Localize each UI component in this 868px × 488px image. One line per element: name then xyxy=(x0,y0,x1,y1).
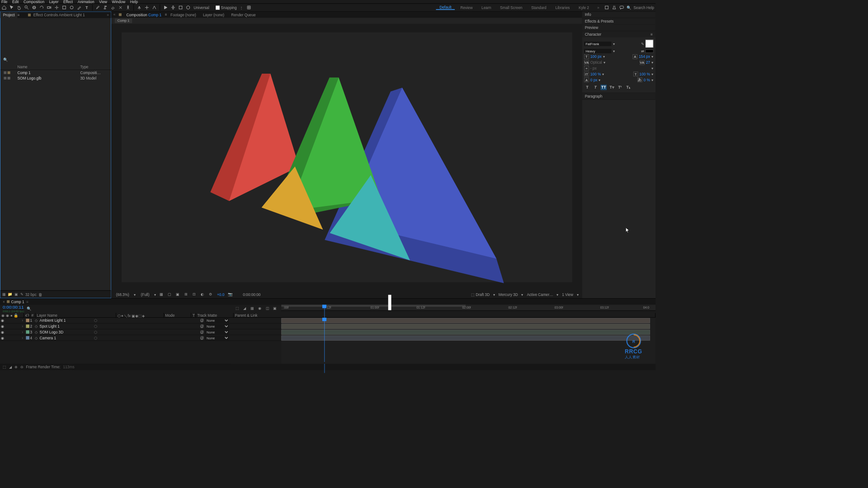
beaker-icon[interactable] xyxy=(612,5,617,10)
panel-character[interactable]: Character≡ xyxy=(582,31,656,38)
col-layer-name[interactable]: Layer Name xyxy=(36,313,116,318)
local-axis-icon[interactable] xyxy=(144,5,150,10)
layer-color-swatch[interactable] xyxy=(26,330,29,334)
shy-icon[interactable]: ◢ xyxy=(243,306,249,311)
transparency-grid-icon[interactable]: ▦ xyxy=(160,292,165,297)
menu-window[interactable]: Window xyxy=(112,0,126,4)
small-caps-button[interactable]: Tᴛ xyxy=(609,84,615,90)
new-comp-icon[interactable]: ▣ xyxy=(14,292,18,296)
layer-bar-2[interactable] xyxy=(281,324,650,329)
orbit-tool-icon[interactable] xyxy=(31,5,37,10)
search-help-input[interactable]: Search Help xyxy=(633,5,654,9)
resolution-dropdown[interactable]: (Full) xyxy=(140,292,151,297)
faux-bold-button[interactable]: T xyxy=(584,84,590,90)
col-mode[interactable]: Mode xyxy=(164,313,191,318)
frame-blend-icon[interactable]: ▦ xyxy=(250,306,256,311)
timeline-tab[interactable]: Comp 1 xyxy=(11,300,24,304)
vscale-input[interactable]: 100 % xyxy=(590,72,601,76)
3d-icon[interactable] xyxy=(185,5,191,10)
toggle-in-out-icon[interactable]: ⊕ xyxy=(14,365,18,369)
font-size-input[interactable]: 100 px xyxy=(590,55,602,59)
twirl-icon[interactable]: › xyxy=(22,324,25,328)
col-parent[interactable]: Parent & Link xyxy=(234,313,656,318)
roi-icon[interactable]: ▣ xyxy=(176,292,181,297)
baseline-input[interactable]: 0 px xyxy=(590,78,598,82)
mask-toggle-icon[interactable]: ▢ xyxy=(168,292,173,297)
leading-input[interactable]: 154 px xyxy=(639,55,650,59)
project-item-comp1[interactable]: Comp 1 Compositi… xyxy=(0,70,111,75)
text-tool-icon[interactable]: T xyxy=(84,5,90,10)
menu-help[interactable]: Help xyxy=(130,0,138,4)
twirl-icon[interactable]: › xyxy=(22,330,25,334)
channel-icon[interactable]: ◐ xyxy=(201,292,206,297)
hand-tool-icon[interactable] xyxy=(16,5,22,10)
trash-icon[interactable]: 🗑 xyxy=(38,292,42,296)
workspace-small-screen[interactable]: Small Screen xyxy=(496,5,526,9)
fill-color-well[interactable] xyxy=(645,40,653,48)
workspace-learn[interactable]: Learn xyxy=(478,5,495,9)
composition-viewer[interactable] xyxy=(111,24,582,291)
font-family-dropdown[interactable]: FatFrank xyxy=(584,42,611,46)
puppet-tool-icon[interactable] xyxy=(125,5,131,10)
swap-colors-icon[interactable]: ⇄ xyxy=(641,49,644,53)
layer-switches[interactable]: ⬡ xyxy=(94,324,142,328)
layer-name[interactable]: SOM Logo 3D xyxy=(40,330,94,334)
tab-composition[interactable]: Composition Comp 1 xyxy=(123,12,165,18)
tab-footage[interactable]: Footage (none) xyxy=(167,12,200,18)
faux-italic-button[interactable]: T xyxy=(592,84,599,90)
parent-dropdown[interactable]: None xyxy=(205,336,229,340)
home-icon[interactable] xyxy=(1,5,7,10)
workspace-overflow-icon[interactable]: » xyxy=(597,5,599,9)
tsume-input[interactable]: 0 % xyxy=(644,78,650,82)
pickwhip-icon[interactable]: @ xyxy=(200,324,204,328)
snapshot-icon[interactable]: 📷 xyxy=(228,292,233,297)
col-track-matte[interactable]: Track Matte xyxy=(196,313,233,318)
pan-behind-tool-icon[interactable] xyxy=(54,5,59,10)
subscript-button[interactable]: T₁ xyxy=(625,84,632,90)
adjust-icon[interactable]: ✎ xyxy=(20,292,24,296)
axis-mode-label[interactable]: Universal xyxy=(193,5,209,9)
interpret-icon[interactable]: ▦ xyxy=(2,292,6,296)
toggle-switches-icon[interactable]: ⬚ xyxy=(3,365,6,369)
visibility-icon[interactable]: ◉ xyxy=(0,336,5,340)
timeline-tracks[interactable] xyxy=(281,318,656,364)
workspace-libraries[interactable]: Libraries xyxy=(552,5,573,9)
layer-name[interactable]: Camera 1 xyxy=(40,336,94,340)
draft-3d-toggle[interactable]: ⬚ Draft 3D xyxy=(471,292,490,297)
layer-switches[interactable]: ⬡ xyxy=(94,336,142,340)
snap-align-icon[interactable] xyxy=(246,5,252,10)
time-ruler[interactable]: :00f 12f 01:00f 01:12f 02:00f 02:12f 03:… xyxy=(281,305,656,311)
visibility-icon[interactable]: ◉ xyxy=(0,330,5,334)
layer-color-swatch[interactable] xyxy=(26,336,29,340)
comp-breadcrumb[interactable]: Comp 1 xyxy=(115,19,132,23)
layer-bar-3[interactable] xyxy=(281,330,650,335)
superscript-button[interactable]: T¹ xyxy=(617,84,623,90)
bbox-icon[interactable] xyxy=(178,5,183,10)
eyedropper-icon[interactable]: ✎ xyxy=(641,42,644,46)
pen-tool-icon[interactable] xyxy=(76,5,82,10)
layer-bar-4[interactable] xyxy=(281,335,650,340)
pickwhip-icon[interactable]: @ xyxy=(200,336,204,340)
exposure-value[interactable]: +0.0 xyxy=(217,292,224,296)
menu-edit[interactable]: Edit xyxy=(12,0,19,4)
all-caps-button[interactable]: TT xyxy=(600,84,607,90)
chat-icon[interactable] xyxy=(619,5,625,10)
zoom-tool-icon[interactable] xyxy=(24,5,29,10)
kerning-dropdown[interactable]: Optical xyxy=(590,61,602,65)
renderer-dropdown[interactable]: Mercury 3D xyxy=(499,292,518,296)
tab-project[interactable]: Project xyxy=(0,12,18,18)
parent-dropdown[interactable]: None xyxy=(205,330,229,334)
layer-row[interactable]: ◉ › 1 ◇ Ambient Light 1 ⬡ @None xyxy=(0,318,281,324)
clone-tool-icon[interactable] xyxy=(103,5,108,10)
project-menu-icon[interactable]: ≡ xyxy=(18,13,20,17)
toggle-modes-icon[interactable]: ◢ xyxy=(9,365,12,369)
twirl-icon[interactable]: › xyxy=(22,336,25,340)
menu-view[interactable]: View xyxy=(99,0,107,4)
panel-lock-icon[interactable]: « xyxy=(111,12,118,18)
layer-row[interactable]: ◉ › 3 ◇ SOM Logo 3D ⬡ @None xyxy=(0,329,281,335)
bpc-toggle[interactable]: 32 bpc xyxy=(25,292,37,296)
guides-icon[interactable]: ⊡ xyxy=(193,292,198,297)
motion-blur-icon[interactable]: ◉ xyxy=(258,306,264,311)
graph-editor-icon[interactable]: ◫ xyxy=(266,306,271,311)
panel-info[interactable]: Info xyxy=(582,12,656,18)
